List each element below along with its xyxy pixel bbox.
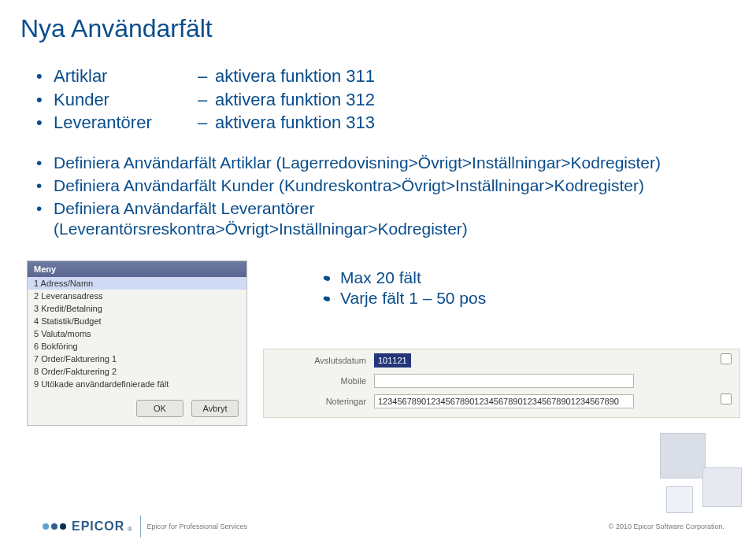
- avslutsdatum-value[interactable]: 101121: [374, 353, 411, 368]
- note-max-fields: Max 20 fält: [340, 268, 486, 287]
- definition-list: Definiera Användarfält Artiklar (Lagerre…: [54, 153, 724, 240]
- function-list: aktivera funktion 311 aktivera funktion …: [215, 65, 724, 135]
- menu-item-5[interactable]: 5 Valuta/moms: [28, 327, 246, 340]
- logo-text: EPICOR: [72, 519, 124, 534]
- decorative-squares: [655, 427, 742, 513]
- menu-item-6[interactable]: 6 Bokföring: [28, 340, 246, 353]
- content-block: Artiklar Kunder Leverantörer aktivera fu…: [54, 65, 724, 240]
- noteringar-input[interactable]: [374, 394, 634, 408]
- bullet-leverantorer: Leverantörer: [54, 112, 215, 134]
- calendar-icon[interactable]: [721, 353, 732, 364]
- menu-item-9[interactable]: 9 Utökade användardefinierade fält: [28, 378, 246, 390]
- func-311: aktivera funktion 311: [215, 65, 724, 87]
- category-list: Artiklar Kunder Leverantörer: [54, 65, 215, 135]
- footer: EPICOR ® Epicor for Professional Service…: [0, 510, 756, 543]
- menu-item-7[interactable]: 7 Order/Fakturering 1: [28, 353, 246, 365]
- def-kunder: Definiera Användarfält Kunder (Kundresko…: [54, 175, 724, 196]
- func-312: aktivera funktion 312: [215, 89, 724, 111]
- cancel-button[interactable]: Avbryt: [191, 400, 239, 417]
- ok-button[interactable]: OK: [136, 400, 183, 417]
- def-leverantorer: Definiera Användarfält Leverantörer (Lev…: [54, 198, 724, 240]
- footer-copyright: © 2010 Epicor Software Corporation.: [609, 523, 724, 530]
- square-decoration-1: [660, 433, 706, 478]
- footer-service-text: Epicor for Professional Services: [147, 523, 248, 530]
- menu-item-8[interactable]: 8 Order/Fakturering 2: [28, 365, 246, 378]
- menu-item-3[interactable]: 3 Kredit/Betalning: [28, 302, 246, 315]
- menu-item-2[interactable]: 2 Leveransadress: [28, 290, 246, 302]
- menu-item-4[interactable]: 4 Statistik/Budget: [28, 315, 246, 327]
- form-panel: Avslutsdatum 101121 Mobile Noteringar: [263, 349, 740, 418]
- func-313: aktivera funktion 313: [215, 112, 724, 134]
- expand-icon[interactable]: [721, 393, 732, 404]
- slide-title: Nya Användarfält: [0, 0, 756, 43]
- menu-dialog: Meny 1 Adress/Namn 2 Leveransadress 3 Kr…: [27, 260, 247, 426]
- menu-header: Meny: [28, 261, 246, 277]
- square-decoration-2: [702, 467, 742, 507]
- bullet-artiklar: Artiklar: [54, 65, 215, 87]
- label-avslutsdatum: Avslutsdatum: [264, 356, 374, 365]
- square-decoration-3: [666, 486, 693, 513]
- footer-divider: [140, 515, 141, 537]
- note-field-pos: Varje fält 1 – 50 pos: [340, 289, 486, 308]
- label-mobile: Mobile: [264, 376, 374, 386]
- epicor-logo: EPICOR ®: [43, 519, 132, 534]
- label-noteringar: Noteringar: [264, 397, 374, 406]
- menu-item-1[interactable]: 1 Adress/Namn: [28, 277, 246, 290]
- bullet-kunder: Kunder: [54, 89, 215, 111]
- logo-dots-icon: [43, 523, 66, 530]
- logo-registered-icon: ®: [128, 526, 132, 532]
- mobile-input[interactable]: [374, 374, 634, 388]
- def-artiklar: Definiera Användarfält Artiklar (Lagerre…: [54, 153, 724, 173]
- side-notes: Max 20 fält Varje fält 1 – 50 pos: [340, 268, 486, 309]
